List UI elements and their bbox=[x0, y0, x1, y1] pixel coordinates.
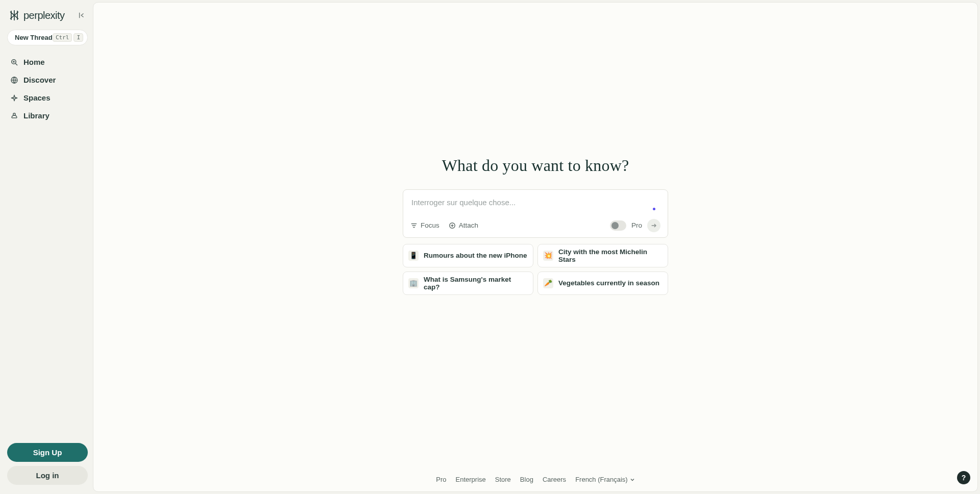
sidebar: perplexity New Thread Ctrl I Home bbox=[2, 2, 93, 492]
footer-link-store[interactable]: Store bbox=[495, 476, 511, 483]
globe-icon bbox=[10, 76, 18, 84]
suggestion-item[interactable]: 🏢 What is Samsung's market cap? bbox=[403, 271, 533, 295]
kbd-i: I bbox=[74, 33, 83, 42]
suggestion-icon: 📱 bbox=[408, 251, 419, 261]
sidebar-item-spaces[interactable]: Spaces bbox=[6, 89, 89, 106]
library-icon bbox=[10, 112, 18, 120]
logo-row: perplexity bbox=[6, 7, 89, 28]
focus-button[interactable]: Focus bbox=[410, 221, 439, 229]
logo-mark-icon bbox=[8, 9, 20, 21]
sidebar-item-discover[interactable]: Discover bbox=[6, 71, 89, 88]
focus-icon bbox=[410, 222, 418, 229]
chevron-down-icon bbox=[630, 477, 635, 482]
sidebar-item-home[interactable]: Home bbox=[6, 54, 89, 70]
attach-label: Attach bbox=[459, 221, 478, 229]
suggestion-icon: 💥 bbox=[543, 251, 553, 261]
new-thread-button[interactable]: New Thread Ctrl I bbox=[7, 30, 88, 45]
sidebar-nav: Home Discover Spaces Library bbox=[6, 54, 89, 124]
help-glyph: ? bbox=[962, 474, 966, 482]
brand-logo[interactable]: perplexity bbox=[8, 9, 65, 21]
svg-point-1 bbox=[13, 61, 14, 62]
suggestions-grid: 📱 Rumours about the new iPhone 💥 City wi… bbox=[403, 244, 668, 295]
sidebar-item-label: Discover bbox=[23, 76, 56, 84]
suggestion-item[interactable]: 💥 City with the most Michelin Stars bbox=[537, 244, 668, 267]
footer-link-pro[interactable]: Pro bbox=[436, 476, 446, 483]
main-panel: What do you want to know? Focus Attach bbox=[93, 2, 978, 492]
sidebar-item-library[interactable]: Library bbox=[6, 107, 89, 124]
sidebar-item-label: Library bbox=[23, 111, 50, 120]
search-toolbar: Focus Attach Pro bbox=[410, 219, 660, 232]
suggestion-item[interactable]: 🥕 Vegetables currently in season bbox=[537, 271, 668, 295]
new-thread-label: New Thread bbox=[15, 34, 53, 41]
focus-label: Focus bbox=[421, 221, 439, 229]
search-input[interactable] bbox=[410, 197, 660, 219]
suggestion-text: Vegetables currently in season bbox=[558, 279, 659, 287]
arrow-right-icon bbox=[650, 222, 657, 229]
help-button[interactable]: ? bbox=[957, 471, 970, 484]
sidebar-item-label: Home bbox=[23, 58, 45, 66]
footer-link-blog[interactable]: Blog bbox=[520, 476, 533, 483]
submit-button[interactable] bbox=[647, 219, 660, 232]
login-button[interactable]: Log in bbox=[7, 466, 88, 485]
footer-link-careers[interactable]: Careers bbox=[543, 476, 566, 483]
language-label: French (Français) bbox=[575, 476, 628, 483]
search-home-icon bbox=[10, 58, 18, 66]
suggestion-text: What is Samsung's market cap? bbox=[424, 276, 528, 291]
collapse-sidebar-button[interactable] bbox=[77, 10, 87, 20]
sidebar-footer: Sign Up Log in bbox=[6, 441, 89, 487]
search-toolbar-left: Focus Attach bbox=[410, 221, 478, 229]
pro-indicator-dot bbox=[653, 208, 655, 210]
suggestion-icon: 🥕 bbox=[543, 278, 553, 288]
sparkle-icon bbox=[10, 94, 18, 102]
hero: What do you want to know? Focus Attach bbox=[93, 3, 977, 468]
footer-link-enterprise[interactable]: Enterprise bbox=[456, 476, 486, 483]
footer: Pro Enterprise Store Blog Careers French… bbox=[93, 468, 977, 491]
suggestion-text: Rumours about the new iPhone bbox=[424, 252, 527, 259]
search-card: Focus Attach Pro bbox=[403, 189, 668, 238]
suggestion-icon: 🏢 bbox=[408, 278, 419, 288]
kbd-ctrl: Ctrl bbox=[53, 33, 72, 42]
language-selector[interactable]: French (Français) bbox=[575, 476, 635, 483]
app-root: perplexity New Thread Ctrl I Home bbox=[0, 0, 980, 494]
search-toolbar-right: Pro bbox=[610, 219, 660, 232]
brand-name: perplexity bbox=[23, 10, 65, 21]
svg-point-3 bbox=[13, 113, 15, 115]
sidebar-item-label: Spaces bbox=[23, 93, 51, 102]
plus-circle-icon bbox=[449, 222, 456, 229]
pro-toggle[interactable] bbox=[610, 220, 626, 231]
attach-button[interactable]: Attach bbox=[449, 221, 478, 229]
kbd-group: Ctrl I bbox=[53, 33, 83, 42]
suggestion-text: City with the most Michelin Stars bbox=[558, 248, 663, 263]
hero-title: What do you want to know? bbox=[442, 156, 629, 175]
signup-button[interactable]: Sign Up bbox=[7, 443, 88, 462]
suggestion-item[interactable]: 📱 Rumours about the new iPhone bbox=[403, 244, 533, 267]
collapse-icon bbox=[78, 12, 85, 19]
pro-label: Pro bbox=[631, 221, 642, 229]
